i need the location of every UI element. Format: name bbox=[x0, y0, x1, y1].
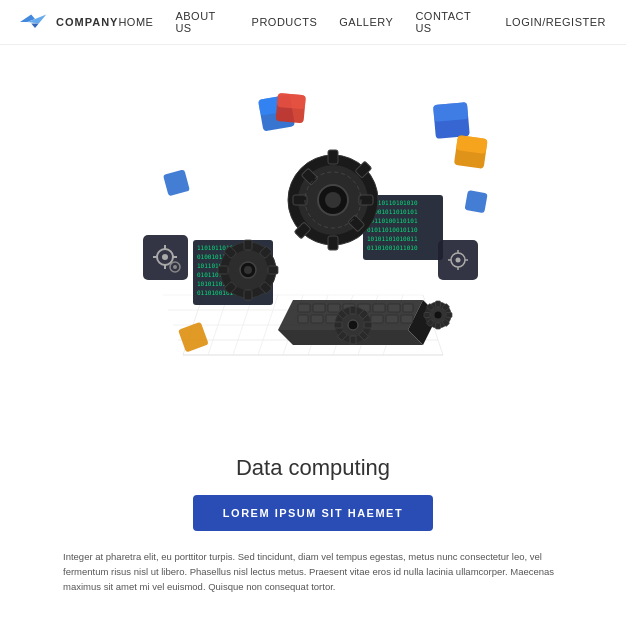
logo-text: COMPANY bbox=[56, 16, 118, 28]
logo-icon bbox=[20, 13, 50, 31]
svg-rect-99 bbox=[446, 313, 452, 318]
svg-rect-75 bbox=[244, 290, 252, 300]
main-title: Data computing bbox=[20, 455, 606, 481]
svg-rect-34 bbox=[371, 315, 383, 323]
nav-about[interactable]: ABOUT US bbox=[175, 10, 229, 34]
svg-rect-88 bbox=[364, 322, 372, 328]
svg-rect-74 bbox=[244, 240, 252, 250]
svg-rect-28 bbox=[403, 304, 413, 312]
svg-rect-36 bbox=[401, 315, 413, 323]
svg-rect-61 bbox=[328, 150, 338, 164]
svg-rect-23 bbox=[328, 304, 340, 312]
main-content: 11010110101010 01001011010101 1011010011… bbox=[0, 45, 626, 626]
nav-contact[interactable]: CONTACT US bbox=[415, 10, 483, 34]
svg-rect-112 bbox=[163, 169, 190, 196]
nav-home[interactable]: HOME bbox=[118, 16, 153, 28]
svg-rect-85 bbox=[350, 306, 356, 314]
body-text: Integer at pharetra elit, eu porttitor t… bbox=[63, 549, 563, 595]
svg-rect-97 bbox=[436, 323, 441, 329]
nav-login[interactable]: LOGIN/REGISTER bbox=[505, 16, 606, 28]
svg-rect-21 bbox=[298, 304, 310, 312]
nav-gallery[interactable]: GALLERY bbox=[339, 16, 393, 28]
svg-rect-109 bbox=[433, 102, 468, 122]
main-nav: HOME ABOUT US PRODUCTS GALLERY CONTACT U… bbox=[118, 10, 606, 34]
svg-rect-27 bbox=[388, 304, 400, 312]
svg-marker-2 bbox=[31, 24, 39, 29]
text-section: Data computing LOREM IPSUM SIT HAEMET In… bbox=[0, 445, 626, 595]
svg-rect-113 bbox=[465, 190, 488, 213]
svg-rect-96 bbox=[436, 301, 441, 307]
logo: COMPANY bbox=[20, 13, 118, 31]
hero-illustration: 11010110101010 01001011010101 1011010011… bbox=[63, 45, 563, 445]
svg-rect-107 bbox=[277, 93, 306, 109]
cta-button[interactable]: LOREM IPSUM SIT HAEMET bbox=[193, 495, 433, 531]
svg-rect-22 bbox=[313, 304, 325, 312]
svg-rect-86 bbox=[350, 336, 356, 344]
nav-products[interactable]: PRODUCTS bbox=[252, 16, 318, 28]
svg-rect-98 bbox=[424, 313, 430, 318]
svg-rect-26 bbox=[373, 304, 385, 312]
svg-point-95 bbox=[435, 312, 442, 319]
svg-rect-62 bbox=[328, 236, 338, 250]
svg-rect-35 bbox=[386, 315, 398, 323]
svg-rect-114 bbox=[178, 322, 209, 353]
svg-rect-29 bbox=[298, 315, 308, 323]
svg-rect-76 bbox=[218, 266, 228, 274]
header: COMPANY HOME ABOUT US PRODUCTS GALLERY C… bbox=[0, 0, 626, 45]
svg-point-49 bbox=[173, 265, 177, 269]
svg-point-73 bbox=[244, 266, 252, 274]
svg-rect-77 bbox=[268, 266, 278, 274]
svg-rect-30 bbox=[311, 315, 323, 323]
svg-rect-87 bbox=[334, 322, 342, 328]
svg-point-84 bbox=[348, 320, 358, 330]
svg-point-43 bbox=[162, 254, 168, 260]
svg-point-60 bbox=[325, 192, 341, 208]
svg-point-52 bbox=[456, 258, 461, 263]
